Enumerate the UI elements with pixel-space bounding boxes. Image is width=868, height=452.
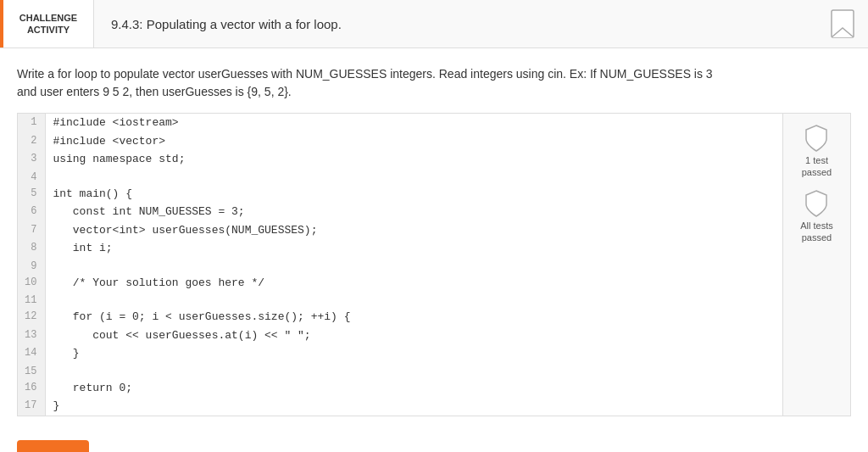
line-code	[46, 363, 782, 379]
line-number: 4	[18, 169, 46, 185]
table-row: 7 vector<int> userGuesses(NUM_GUESSES);	[18, 221, 782, 240]
line-number: 15	[18, 363, 46, 379]
line-number: 10	[18, 274, 46, 293]
table-row: 4	[18, 169, 782, 185]
code-table: 1#include <iostream>2#include <vector>3u…	[18, 114, 782, 416]
line-number: 3	[18, 150, 46, 169]
line-code: const int NUM_GUESSES = 3;	[46, 203, 782, 221]
table-row: 12 for (i = 0; i < userGuesses.size(); +…	[18, 308, 782, 326]
line-number: 9	[18, 258, 46, 274]
table-row: 9	[18, 258, 782, 274]
challenge-badge: CHALLENGE ACTIVITY	[0, 0, 93, 47]
test-item-2: All testspassed	[800, 189, 833, 244]
line-code: for (i = 0; i < userGuesses.size(); ++i)…	[46, 308, 782, 326]
line-code	[46, 169, 782, 185]
line-code: int main() {	[46, 185, 782, 204]
line-code: #include <vector>	[46, 132, 782, 151]
line-number: 8	[18, 239, 46, 258]
table-row: 11	[18, 292, 782, 308]
table-row: 14 }	[18, 344, 782, 363]
line-number: 13	[18, 326, 46, 345]
header: CHALLENGE ACTIVITY 9.4.3: Populating a v…	[0, 0, 868, 48]
line-number: 5	[18, 185, 46, 204]
line-code: vector<int> userGuesses(NUM_GUESSES);	[46, 221, 782, 240]
description: Write a for loop to populate vector user…	[0, 48, 868, 113]
run-button[interactable]: Run	[17, 440, 89, 453]
table-row: 16 return 0;	[18, 379, 782, 398]
table-row: 2#include <vector>	[18, 132, 782, 151]
test-2-label: All testspassed	[800, 220, 833, 244]
line-code	[46, 258, 782, 274]
line-code: /* Your solution goes here */	[46, 274, 782, 293]
header-title: 9.4.3: Populating a vector with a for lo…	[94, 17, 831, 31]
table-row: 1#include <iostream>	[18, 114, 782, 132]
badge-line1: CHALLENGE	[19, 13, 77, 23]
line-code: }	[46, 397, 782, 416]
line-number: 16	[18, 379, 46, 398]
table-row: 5int main() {	[18, 185, 782, 204]
test-sidebar: 1 testpassed All testspassed	[782, 114, 850, 416]
line-number: 17	[18, 397, 46, 416]
table-row: 15	[18, 363, 782, 379]
line-code	[46, 292, 782, 308]
table-row: 17}	[18, 397, 782, 416]
line-number: 7	[18, 221, 46, 240]
code-area[interactable]: 1#include <iostream>2#include <vector>3u…	[18, 114, 782, 416]
table-row: 13 cout << userGuesses.at(i) << " ";	[18, 326, 782, 345]
line-number: 11	[18, 292, 46, 308]
line-number: 12	[18, 308, 46, 326]
line-code: using namespace std;	[46, 150, 782, 169]
table-row: 6 const int NUM_GUESSES = 3;	[18, 203, 782, 221]
table-row: 10 /* Your solution goes here */	[18, 274, 782, 293]
shield-icon-1	[804, 124, 828, 151]
page-wrapper: CHALLENGE ACTIVITY 9.4.3: Populating a v…	[0, 0, 868, 452]
line-number: 14	[18, 344, 46, 363]
shield-icon-2	[804, 189, 828, 216]
line-number: 1	[18, 114, 46, 132]
line-code: }	[46, 344, 782, 363]
line-number: 2	[18, 132, 46, 151]
table-row: 8 int i;	[18, 239, 782, 258]
line-number: 6	[18, 203, 46, 221]
line-code: #include <iostream>	[46, 114, 782, 132]
test-1-label: 1 testpassed	[802, 154, 832, 179]
footer: Run	[0, 430, 868, 453]
bookmark-icon[interactable]	[831, 9, 854, 38]
test-item-1: 1 testpassed	[802, 124, 832, 179]
line-code: cout << userGuesses.at(i) << " ";	[46, 326, 782, 345]
code-section: 1#include <iostream>2#include <vector>3u…	[17, 113, 851, 416]
line-code: return 0;	[46, 379, 782, 398]
table-row: 3using namespace std;	[18, 150, 782, 169]
badge-text: CHALLENGE ACTIVITY	[19, 12, 77, 36]
badge-line2: ACTIVITY	[27, 25, 70, 35]
line-code: int i;	[46, 239, 782, 258]
